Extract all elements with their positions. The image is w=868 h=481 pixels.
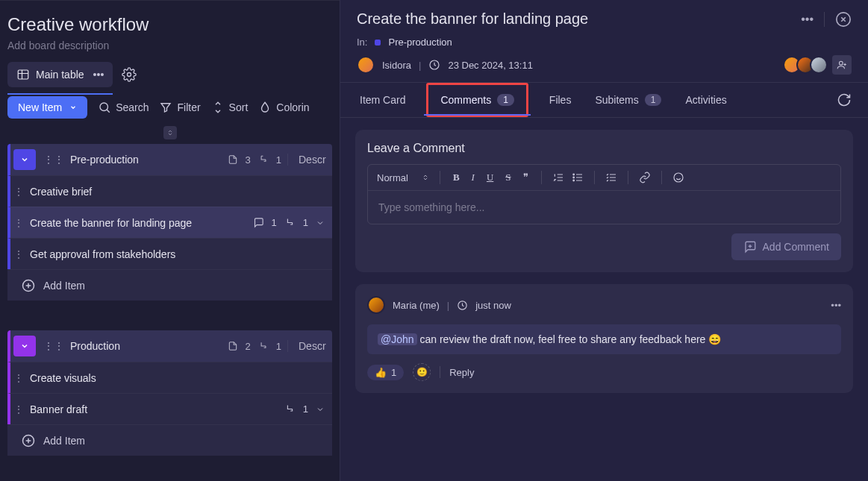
quote-button[interactable]: ❞ <box>521 172 531 183</box>
drag-icon[interactable]: ⋮ <box>10 186 27 198</box>
checklist-button[interactable] <box>605 172 617 183</box>
subtask-icon[interactable] <box>284 217 296 228</box>
drag-icon[interactable]: ⋮⋮ <box>43 154 64 166</box>
item-detail-panel: Create the banner for landing page ••• I… <box>340 0 868 481</box>
doc-icon <box>228 341 238 351</box>
doc-count: 2 <box>246 341 251 352</box>
search-button[interactable]: Search <box>98 101 149 114</box>
column-description: Descr <box>287 154 332 166</box>
table-row[interactable]: ⋮ Create visuals <box>7 362 332 393</box>
divider <box>628 171 628 184</box>
table-row[interactable]: ⋮ Create the banner for landing page 1 1 <box>7 207 332 238</box>
drag-icon[interactable]: ⋮ <box>10 248 27 260</box>
table-row[interactable]: ⋮ Creative brief <box>7 175 332 207</box>
tab-subitems[interactable]: Subitems 1 <box>592 83 664 117</box>
in-label: In: <box>357 37 367 48</box>
strike-button[interactable]: S <box>503 172 513 183</box>
more-icon[interactable]: ••• <box>801 13 814 26</box>
filter-label: Filter <box>177 101 200 113</box>
tab-label: Subitems <box>595 94 638 106</box>
row-text: Create visuals <box>27 372 332 384</box>
comment-author: Maria (me) <box>393 300 440 311</box>
table-row[interactable]: ⋮ Get approval from stakeholders <box>7 238 332 269</box>
more-icon[interactable]: ••• <box>93 69 104 81</box>
comment-card: Maria (me) | just now ••• @John can revi… <box>355 284 853 393</box>
column-resize-handle[interactable] <box>163 126 177 139</box>
reply-button[interactable]: Reply <box>449 367 474 378</box>
svg-point-10 <box>572 180 574 181</box>
item-title[interactable]: Create the banner for landing page <box>357 10 588 28</box>
sort-button[interactable]: Sort <box>211 101 249 114</box>
ordered-list-button[interactable] <box>552 172 564 183</box>
link-button[interactable] <box>639 172 651 183</box>
doc-count: 3 <box>246 154 251 166</box>
avatar[interactable] <box>357 56 375 74</box>
bullet-list-button[interactable] <box>572 172 584 183</box>
collapse-toggle[interactable] <box>13 149 36 170</box>
coloring-button[interactable]: Colorin <box>258 101 309 114</box>
add-people-button[interactable] <box>832 55 852 75</box>
tab-comments[interactable]: Comments 1 <box>426 83 528 117</box>
emoji-button[interactable] <box>672 172 684 183</box>
compose-title: Leave a Comment <box>367 142 841 155</box>
table-row[interactable]: ⋮ Banner draft 1 <box>7 393 332 424</box>
refresh-icon[interactable] <box>837 92 852 107</box>
divider: | <box>419 60 421 71</box>
add-comment-button[interactable]: Add Comment <box>731 233 841 260</box>
drag-icon[interactable]: ⋮ <box>10 403 27 415</box>
bold-button[interactable]: B <box>451 172 462 183</box>
in-value[interactable]: Pre-production <box>388 37 452 48</box>
tab-item-card[interactable]: Item Card <box>357 83 408 117</box>
reaction-pill[interactable]: 👍 1 <box>367 365 404 380</box>
collapse-toggle[interactable] <box>13 336 36 356</box>
reaction-count: 1 <box>391 367 396 378</box>
subtask-icon[interactable] <box>284 403 296 415</box>
style-select[interactable]: Normal <box>377 172 429 183</box>
chevron-down-icon[interactable] <box>316 219 325 227</box>
more-icon[interactable]: ••• <box>831 300 841 311</box>
divider <box>541 171 542 184</box>
new-item-button[interactable]: New Item <box>7 96 87 119</box>
doc-icon <box>228 154 238 165</box>
comment-icon[interactable] <box>253 217 264 228</box>
drag-icon[interactable]: ⋮ <box>10 217 27 229</box>
tab-label: Files <box>549 94 572 106</box>
group-color-icon <box>375 40 381 45</box>
row-text: Banner draft <box>27 403 284 415</box>
mention[interactable]: @John <box>378 333 417 345</box>
svg-point-11 <box>674 173 683 182</box>
group-header-preproduction[interactable]: ⋮⋮ Pre-production 3 1 Descr <box>7 144 332 175</box>
filter-button[interactable]: Filter <box>159 101 200 114</box>
chevron-down-icon[interactable] <box>316 405 325 414</box>
svg-point-9 <box>572 177 574 178</box>
add-item-button[interactable]: Add Item <box>7 269 332 301</box>
close-icon[interactable] <box>835 11 852 28</box>
sub-count: 1 <box>303 403 308 415</box>
italic-button[interactable]: I <box>469 172 477 183</box>
comment-input[interactable]: Type something here... <box>368 191 840 224</box>
board-description-placeholder[interactable]: Add board description <box>7 40 332 51</box>
divider <box>440 171 440 184</box>
avatar[interactable] <box>367 296 385 314</box>
group-header-production[interactable]: ⋮⋮ Production 2 1 Descr <box>7 330 332 362</box>
sort-icon <box>211 101 225 114</box>
add-comment-label: Add Comment <box>763 241 829 253</box>
gear-icon[interactable] <box>122 67 137 82</box>
view-main-table[interactable]: Main table ••• <box>7 62 113 87</box>
drag-icon[interactable]: ⋮⋮ <box>43 340 64 352</box>
participants[interactable] <box>787 56 828 74</box>
add-item-button[interactable]: Add Item <box>7 424 332 456</box>
column-description: Descr <box>287 340 332 352</box>
subtask-icon <box>258 154 269 165</box>
tab-label: Item Card <box>360 94 405 106</box>
tab-files[interactable]: Files <box>546 83 575 117</box>
drag-icon[interactable]: ⋮ <box>10 372 27 384</box>
divider <box>824 12 825 27</box>
clock-icon <box>428 59 440 71</box>
owner-name: Isidora <box>382 60 411 71</box>
add-reaction-button[interactable]: 🙂 <box>413 363 431 381</box>
underline-button[interactable]: U <box>484 172 496 183</box>
subtask-icon <box>258 341 269 351</box>
view-label: Main table <box>36 69 84 81</box>
tab-activities[interactable]: Activities <box>682 83 729 117</box>
